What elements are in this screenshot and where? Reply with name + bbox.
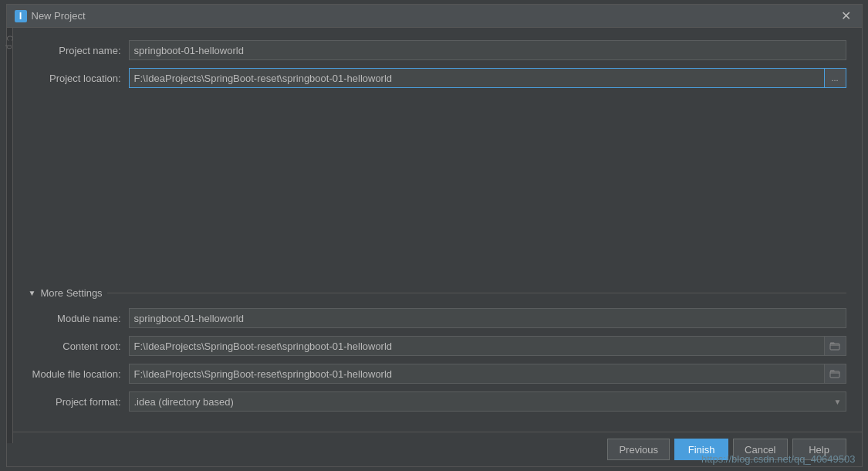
project-name-row: Project name: — [29, 40, 846, 60]
left-sidebar: C p — [7, 28, 13, 443]
project-format-select-wrapper: .idea (directory based) Eclipse (.classp… — [129, 391, 846, 412]
content-area: Project name: Project location: ... ▼ Mo… — [7, 28, 862, 432]
content-root-browse-button[interactable] — [825, 336, 846, 356]
more-settings-form: Module name: Content root: — [29, 308, 846, 412]
project-format-label: Project format: — [29, 396, 129, 408]
svg-rect-1 — [830, 371, 839, 378]
project-format-select[interactable]: .idea (directory based) Eclipse (.classp… — [129, 391, 846, 412]
sidebar-letter-p: p — [5, 45, 14, 49]
app-icon: I — [15, 10, 27, 22]
title-bar: I New Project ✕ — [7, 5, 862, 28]
project-format-row: Project format: .idea (directory based) … — [29, 391, 846, 412]
module-file-location-label: Module file location: — [29, 368, 129, 380]
svg-rect-0 — [830, 344, 839, 350]
project-location-row: Project location: ... — [29, 68, 846, 88]
sidebar-letter-c: C — [5, 36, 14, 41]
project-name-input[interactable] — [129, 40, 846, 60]
more-settings-arrow-icon: ▼ — [29, 289, 36, 297]
module-file-location-browse-button[interactable] — [825, 364, 846, 384]
module-name-input[interactable] — [129, 308, 846, 328]
project-name-label: Project name: — [29, 45, 129, 56]
content-spacer — [29, 96, 846, 280]
dialog-title: New Project — [32, 10, 86, 22]
more-settings-divider — [107, 293, 846, 293]
more-settings-section: ▼ More Settings Module name: Content roo… — [29, 287, 846, 419]
more-settings-header[interactable]: ▼ More Settings — [29, 287, 846, 299]
dialog: I New Project ✕ C p Project name: Projec… — [6, 4, 863, 467]
content-root-label: Content root: — [29, 341, 129, 352]
project-location-label: Project location: — [29, 73, 129, 84]
content-root-input-group — [129, 336, 846, 356]
module-file-location-row: Module file location: — [29, 364, 846, 384]
title-bar-left: I New Project — [15, 10, 86, 22]
module-file-location-input[interactable] — [129, 364, 825, 384]
project-location-browse-button[interactable]: ... — [825, 68, 846, 88]
content-root-row: Content root: — [29, 336, 846, 356]
module-name-row: Module name: — [29, 308, 846, 328]
previous-button[interactable]: Previous — [607, 439, 670, 460]
module-file-location-input-group — [129, 364, 846, 384]
folder-icon — [829, 341, 840, 351]
module-name-label: Module name: — [29, 313, 129, 324]
project-location-input-group: ... — [129, 68, 846, 88]
more-settings-label: More Settings — [40, 287, 102, 299]
project-location-input[interactable] — [129, 68, 825, 88]
content-root-input[interactable] — [129, 336, 825, 356]
close-button[interactable]: ✕ — [838, 10, 854, 22]
watermark-text: https://blog.csdn.net/qq_40649503 — [701, 453, 856, 465]
watermark: https://blog.csdn.net/qq_40649503 — [701, 453, 856, 465]
folder-icon-2 — [829, 368, 840, 379]
